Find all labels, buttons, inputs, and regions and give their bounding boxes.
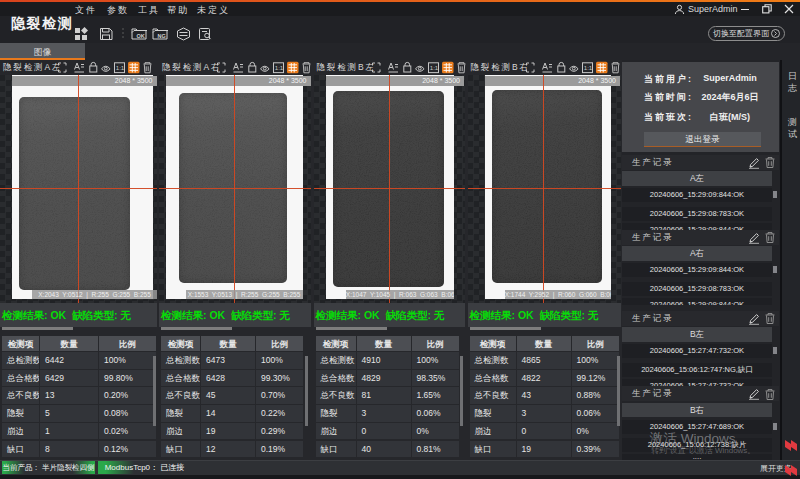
svg-text:1:1: 1:1: [116, 64, 125, 71]
svg-text:1:1: 1:1: [275, 64, 284, 71]
svg-text:1:1: 1:1: [429, 64, 438, 71]
svg-text:OK: OK: [137, 33, 145, 39]
svg-text:NG: NG: [158, 33, 166, 39]
svg-text:1:1: 1:1: [583, 64, 592, 71]
